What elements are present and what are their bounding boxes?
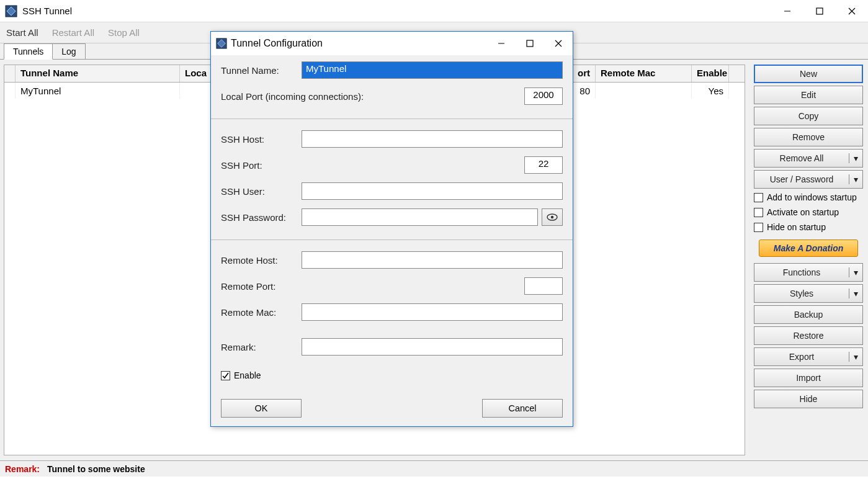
checkbox-icon — [754, 223, 763, 232]
cancel-button[interactable]: Cancel — [482, 399, 563, 418]
chevron-down-icon[interactable]: ▾ — [849, 153, 862, 163]
remark-label: Remark: — [5, 464, 40, 474]
main-titlebar: SSH Tunnel — [0, 0, 868, 22]
app-icon — [5, 5, 17, 17]
close-button[interactable] — [836, 0, 868, 22]
chevron-down-icon[interactable]: ▾ — [849, 174, 862, 184]
new-button[interactable]: New — [754, 65, 863, 83]
ssh-user-input[interactable] — [302, 182, 563, 200]
checkbox-icon — [221, 371, 230, 380]
stop-all-button[interactable]: Stop All — [108, 27, 140, 38]
dialog-titlebar[interactable]: Tunnel Configuration — [211, 32, 573, 55]
remove-all-button[interactable]: Remove All ▾ — [754, 149, 863, 168]
remark-input[interactable] — [302, 338, 563, 356]
ssh-host-input[interactable] — [302, 130, 563, 148]
window-title: SSH Tunnel — [22, 6, 72, 16]
app-icon — [216, 38, 227, 49]
tunnel-name-input[interactable]: MyTunnel — [302, 61, 563, 79]
dialog-minimize-button[interactable] — [487, 32, 516, 55]
cell-name: MyTunnel — [16, 83, 180, 99]
remark-value: Tunnel to some website — [47, 464, 145, 474]
enable-checkbox[interactable]: Enable — [221, 370, 261, 380]
tab-log[interactable]: Log — [52, 43, 85, 59]
checkbox-icon — [754, 208, 763, 217]
label-ssh-port: SSH Port: — [221, 160, 302, 171]
activate-on-startup-checkbox[interactable]: Activate on startup — [754, 206, 863, 218]
remote-port-input[interactable] — [524, 277, 563, 295]
remote-host-input[interactable] — [302, 251, 563, 269]
maximize-button[interactable] — [803, 0, 836, 22]
svg-rect-3 — [817, 8, 823, 14]
chevron-down-icon[interactable]: ▾ — [849, 289, 862, 298]
cell-rmac — [596, 83, 692, 99]
reveal-password-button[interactable] — [542, 208, 563, 226]
row-indicator-icon — [4, 83, 16, 99]
label-ssh-host: SSH Host: — [221, 134, 302, 145]
col-remote-mac[interactable]: Remote Mac — [596, 65, 692, 82]
hide-on-startup-checkbox[interactable]: Hide on startup — [754, 221, 863, 233]
ssh-password-input[interactable] — [302, 208, 538, 226]
chevron-down-icon[interactable]: ▾ — [849, 352, 862, 362]
label-remote-host: Remote Host: — [221, 255, 302, 266]
svg-rect-10 — [527, 40, 533, 47]
side-panel: New Edit Copy Remove Remove All ▾ User /… — [749, 60, 868, 460]
dialog-title: Tunnel Configuration — [231, 38, 323, 49]
remote-mac-input[interactable] — [302, 303, 563, 321]
user-password-button[interactable]: User / Password ▾ — [754, 170, 863, 189]
donate-button[interactable]: Make A Donation — [759, 240, 858, 257]
tab-tunnels[interactable]: Tunnels — [4, 43, 53, 60]
ok-button[interactable]: OK — [221, 399, 302, 418]
chevron-down-icon[interactable]: ▾ — [849, 267, 862, 277]
dialog-close-button[interactable] — [544, 32, 573, 55]
checkbox-icon — [754, 193, 763, 202]
restore-button[interactable]: Restore — [754, 326, 863, 345]
label-remote-mac: Remote Mac: — [221, 307, 302, 318]
hide-button[interactable]: Hide — [754, 390, 863, 408]
start-all-button[interactable]: Start All — [6, 27, 38, 38]
styles-button[interactable]: Styles ▾ — [754, 284, 863, 303]
backup-button[interactable]: Backup — [754, 305, 863, 324]
eye-icon — [547, 213, 558, 221]
add-to-startup-checkbox[interactable]: Add to windows startup — [754, 191, 863, 204]
dialog-maximize-button[interactable] — [516, 32, 544, 55]
col-enable[interactable]: Enable — [692, 65, 729, 82]
status-bar: Remark: Tunnel to some website — [0, 460, 868, 477]
restart-all-button[interactable]: Restart All — [52, 27, 94, 38]
import-button[interactable]: Import — [754, 369, 863, 387]
remove-button[interactable]: Remove — [754, 128, 863, 146]
minimize-button[interactable] — [771, 0, 803, 22]
functions-button[interactable]: Functions ▾ — [754, 263, 863, 282]
export-button[interactable]: Export ▾ — [754, 347, 863, 366]
copy-button[interactable]: Copy — [754, 107, 863, 125]
label-remark: Remark: — [221, 342, 302, 352]
svg-point-14 — [551, 216, 553, 218]
label-ssh-password: SSH Password: — [221, 212, 302, 223]
ssh-port-input[interactable]: 22 — [524, 156, 563, 174]
label-tunnel-name: Tunnel Name: — [221, 65, 302, 76]
tunnel-config-dialog: Tunnel Configuration Tunnel Name: MyTunn… — [210, 31, 573, 427]
edit-button[interactable]: Edit — [754, 86, 863, 104]
label-remote-port: Remote Port: — [221, 281, 302, 292]
local-port-input[interactable]: 2000 — [524, 87, 563, 105]
col-tunnel-name[interactable]: Tunnel Name — [16, 65, 180, 82]
label-ssh-user: SSH User: — [221, 186, 302, 197]
cell-enable: Yes — [692, 83, 729, 99]
label-local-port: Local Port (incoming connections): — [221, 91, 524, 102]
